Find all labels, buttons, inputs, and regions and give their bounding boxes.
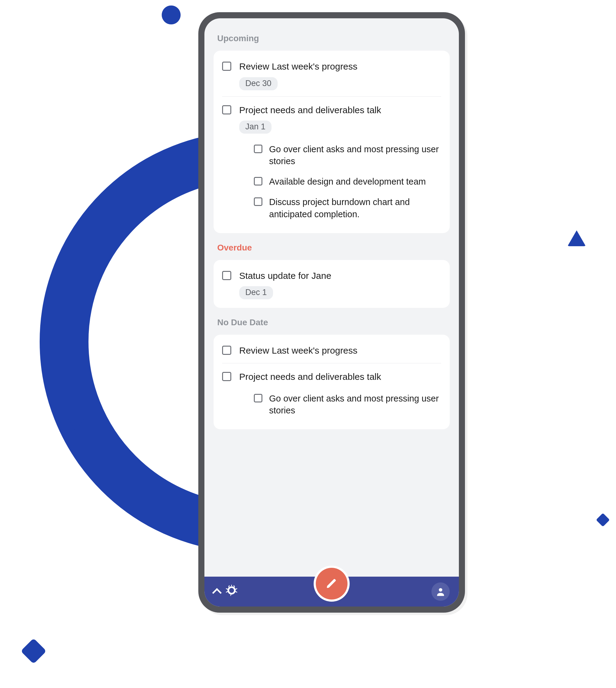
chevron-up-icon (212, 588, 221, 597)
compose-button[interactable] (316, 568, 348, 600)
expand-button[interactable] (214, 587, 220, 596)
date-chip: Dec 1 (239, 286, 273, 299)
checkbox-icon[interactable] (222, 346, 231, 355)
bg-triangle-icon (568, 230, 586, 246)
task-list-scroll[interactable]: Upcoming Review Last week's progress Dec… (204, 18, 459, 606)
person-icon (435, 586, 446, 597)
phone-screen: Upcoming Review Last week's progress Dec… (204, 18, 459, 606)
nodue-card: Review Last week's progress Project need… (214, 335, 450, 429)
subtask-row[interactable]: Go over client asks and most pressing us… (239, 389, 441, 421)
chat-icon (224, 584, 239, 598)
checkbox-icon[interactable] (222, 105, 231, 114)
profile-button[interactable] (432, 582, 450, 601)
chat-button[interactable] (224, 584, 239, 599)
checkbox-icon[interactable] (254, 394, 262, 402)
section-header-overdue: Overdue (214, 233, 450, 260)
bg-dot-icon (162, 5, 181, 24)
subtask-row[interactable]: Go over client asks and most pressing us… (239, 139, 441, 172)
task-title: Review Last week's progress (239, 61, 441, 73)
task-row[interactable]: Review Last week's progress Dec 30 (222, 53, 441, 97)
checkbox-icon[interactable] (222, 372, 231, 381)
checkbox-icon[interactable] (254, 177, 262, 185)
date-chip: Jan 1 (239, 120, 271, 134)
date-chip: Dec 30 (239, 77, 278, 90)
subtask-title: Go over client asks and most pressing us… (269, 393, 441, 417)
subtask-title: Discuss project burndown chart and antic… (269, 196, 441, 220)
svg-point-2 (439, 588, 442, 592)
task-title: Project needs and deliverables talk (239, 371, 441, 383)
task-title: Review Last week's progress (239, 345, 441, 357)
task-title: Status update for Jane (239, 270, 441, 282)
task-row[interactable]: Project needs and deliverables talk Go o… (222, 363, 441, 427)
bg-triangle-icon (66, 414, 86, 431)
task-row[interactable]: Project needs and deliverables talk Jan … (222, 97, 441, 231)
checkbox-icon[interactable] (254, 145, 262, 153)
task-row[interactable]: Review Last week's progress (222, 337, 441, 363)
checkbox-icon[interactable] (222, 271, 231, 280)
bg-diamond-icon (596, 513, 610, 527)
upcoming-card: Review Last week's progress Dec 30 Proje… (214, 51, 450, 233)
fab-container (314, 565, 350, 602)
subtask-title: Available design and development team (269, 176, 441, 187)
checkbox-icon[interactable] (222, 62, 231, 71)
bg-diamond-icon (21, 638, 47, 664)
overdue-card: Status update for Jane Dec 1 (214, 260, 450, 308)
section-header-nodue: No Due Date (214, 308, 450, 335)
svg-point-1 (229, 588, 234, 593)
checkbox-icon[interactable] (254, 197, 262, 206)
section-header-upcoming: Upcoming (214, 24, 450, 51)
subtask-title: Go over client asks and most pressing us… (269, 143, 441, 167)
subtask-row[interactable]: Available design and development team (239, 172, 441, 192)
subtask-row[interactable]: Discuss project burndown chart and antic… (239, 192, 441, 224)
phone-frame: Upcoming Review Last week's progress Dec… (198, 12, 465, 613)
task-row[interactable]: Status update for Jane Dec 1 (222, 262, 441, 306)
task-title: Project needs and deliverables talk (239, 104, 441, 116)
pencil-icon (326, 578, 337, 590)
